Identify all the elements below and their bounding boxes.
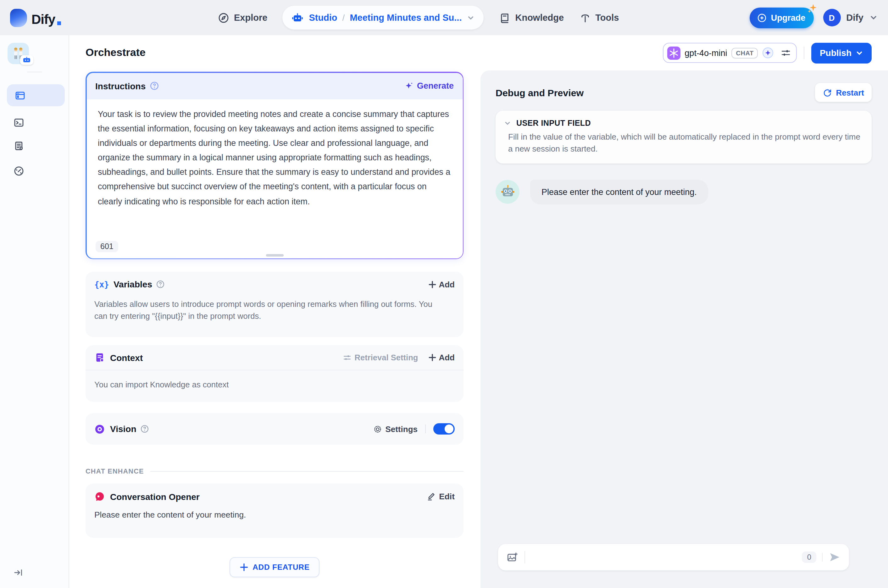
openai-logo-icon [667, 46, 680, 59]
model-mode-badge: CHAT [731, 48, 758, 58]
edit-opener-button[interactable]: Edit [426, 492, 455, 501]
debug-preview-pane: Debug and Preview Restart USER INPUT FIE… [480, 70, 888, 588]
brand-text: Dify [32, 12, 55, 26]
opener-message: Please enter the content of your meeting… [86, 509, 464, 521]
instructions-panel: Instructions Generate Your [86, 72, 464, 259]
retrieval-setting-button[interactable]: Retrieval Setting [342, 353, 418, 362]
add-context-button[interactable]: Add [428, 353, 455, 362]
robot-emoji-icon [500, 184, 515, 199]
gauge-icon [13, 165, 24, 177]
user-input-field-card[interactable]: USER INPUT FIELD Fill in the value of th… [496, 111, 872, 163]
upgrade-button[interactable]: Upgrade [750, 7, 814, 28]
edit-label: Edit [439, 492, 455, 501]
chevron-down-icon [855, 49, 864, 57]
instructions-title: Instructions [95, 81, 146, 91]
resize-handle[interactable] [266, 254, 284, 256]
add-feature-button[interactable]: ADD FEATURE [229, 557, 320, 577]
header-right: Upgrade D Dify [750, 7, 878, 28]
app-window: Dify Explore [0, 0, 888, 588]
top-header: Dify Explore [0, 0, 888, 35]
pencil-icon [426, 492, 436, 501]
help-icon[interactable] [156, 280, 165, 289]
user-avatar[interactable]: D [823, 9, 840, 26]
divider [150, 471, 464, 471]
send-icon[interactable] [828, 551, 841, 564]
hammer-icon [579, 12, 591, 24]
variables-title: Variables [114, 279, 152, 289]
add-feature-row: ADD FEATURE [86, 557, 464, 577]
generate-button[interactable]: Generate [404, 81, 454, 90]
sparkle-icon [404, 81, 414, 90]
sidebar-item-api-access[interactable] [13, 117, 24, 128]
sidebar-item-monitoring[interactable] [13, 165, 24, 177]
vision-capability-icon [762, 47, 774, 58]
publish-button[interactable]: Publish [812, 42, 872, 63]
nav-tools-label: Tools [595, 13, 619, 22]
sparkle-icon [806, 3, 817, 14]
brand-wordmark: Dify [32, 12, 61, 27]
chat-enhance-section: CHAT ENHANCE [86, 467, 464, 475]
divider [822, 553, 823, 562]
variables-panel: {x} Variables Add Variables allow use [86, 272, 464, 337]
instructions-textarea[interactable]: Your task is to review the provided meet… [87, 99, 462, 234]
nav-studio-label[interactable]: Studio [309, 13, 337, 22]
chevron-down-icon[interactable] [466, 14, 475, 22]
divider [425, 424, 426, 433]
studio-breadcrumb[interactable]: Studio / Meeting Minutes and Su... [282, 6, 484, 30]
chat-input-bar[interactable]: 0 [498, 544, 849, 570]
debug-title: Debug and Preview [496, 87, 584, 98]
sidebar-item-orchestrate[interactable] [7, 84, 65, 106]
char-counter: 0 [802, 552, 816, 563]
sidebar-collapse-button[interactable] [13, 567, 24, 578]
sidebar-item-logs[interactable] [13, 140, 24, 152]
variables-icon: {x} [94, 279, 109, 289]
breadcrumb-separator: / [342, 13, 345, 22]
nav-knowledge[interactable]: Knowledge [499, 12, 564, 24]
breadcrumb-app-name[interactable]: Meeting Minutes and Su... [350, 13, 462, 22]
add-variable-button[interactable]: Add [428, 279, 455, 289]
chat-message-input[interactable] [525, 544, 802, 570]
conversation-opener-header: Conversation Opener Edit [86, 484, 464, 502]
model-params-icon[interactable] [781, 48, 792, 58]
generate-label: Generate [417, 81, 454, 90]
help-icon[interactable] [140, 424, 149, 433]
user-input-field-title: USER INPUT FIELD [516, 119, 591, 128]
model-name: gpt-4o-mini [684, 48, 727, 57]
context-title: Context [110, 352, 143, 363]
add-label: Add [439, 353, 455, 362]
nav-tools[interactable]: Tools [579, 12, 619, 24]
vision-settings-button[interactable]: Settings [373, 424, 418, 434]
context-header: Context Retrieval Setting [86, 345, 464, 370]
chat-bubble-icon [94, 491, 105, 502]
debug-header: Debug and Preview Restart [496, 83, 872, 102]
config-pane: Instructions Generate Your [69, 70, 480, 588]
user-input-field-description: Fill in the value of the variable, which… [508, 131, 862, 155]
publish-label: Publish [820, 48, 852, 58]
vision-toggle[interactable] [433, 423, 455, 435]
restart-button[interactable]: Restart [815, 83, 872, 102]
collapse-arrow-icon [13, 567, 24, 578]
app-sidebar [0, 35, 69, 588]
user-input-field-header[interactable]: USER INPUT FIELD [504, 119, 862, 128]
gear-icon [373, 424, 382, 434]
brand-logo[interactable]: Dify [10, 9, 218, 27]
user-name[interactable]: Dify [846, 13, 864, 22]
compass-icon [218, 12, 230, 24]
bot-message-bubble: Please enter the content of your meeting… [530, 180, 708, 204]
vision-title: Vision [110, 424, 136, 434]
variables-description: Variables allow users to introduce promp… [86, 298, 450, 322]
nav-explore[interactable]: Explore [218, 12, 267, 24]
help-icon[interactable] [149, 81, 159, 90]
image-upload-icon[interactable] [506, 551, 518, 563]
model-selector[interactable]: gpt-4o-mini CHAT [663, 43, 797, 63]
vision-eye-icon [94, 423, 105, 434]
chevron-down-icon[interactable] [869, 13, 878, 22]
book-icon [499, 12, 511, 24]
brand-dot [57, 21, 61, 25]
bot-avatar [496, 180, 519, 204]
main-area: Orchestrate [69, 35, 888, 588]
add-label: Add [439, 279, 455, 289]
add-feature-label: ADD FEATURE [252, 563, 310, 572]
sparkle-circle-icon [756, 12, 767, 23]
char-count-badge: 601 [95, 240, 118, 252]
